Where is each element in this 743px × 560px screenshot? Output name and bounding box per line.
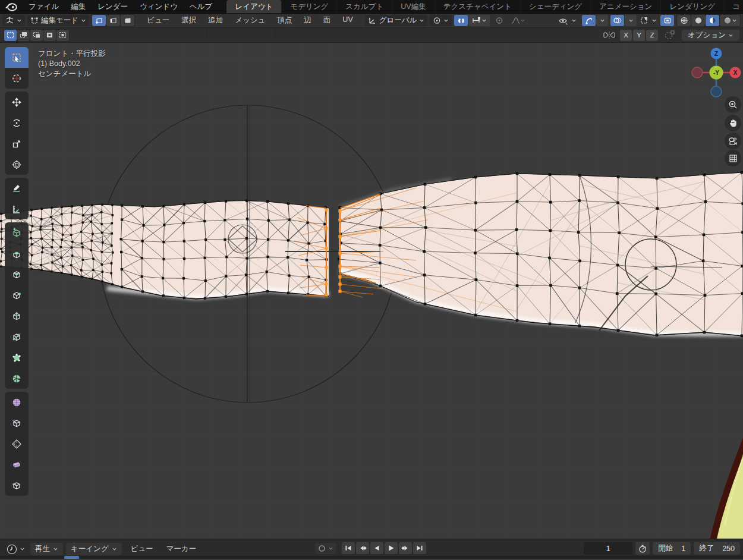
topbar-menu-4[interactable]: ヘルプ (184, 1, 218, 13)
mirror-axis-y[interactable]: Y (633, 30, 645, 41)
header-menu-2[interactable]: 追加 (202, 14, 229, 27)
overlays-dropdown[interactable] (625, 15, 637, 26)
tool-select-box[interactable] (5, 47, 29, 68)
gizmo-settings-dropdown[interactable] (596, 15, 608, 26)
select-subtract-button[interactable] (30, 30, 43, 41)
vertex-select-button[interactable] (92, 15, 106, 26)
show-gizmo-button[interactable] (582, 15, 596, 26)
tool-rip-region[interactable] (5, 475, 29, 496)
shading-material-button[interactable] (706, 15, 719, 26)
next-keyframe-button[interactable] (399, 542, 412, 554)
timeline-strip[interactable] (0, 556, 743, 559)
header-menu-5[interactable]: 辺 (298, 14, 317, 27)
timeline-menu-3[interactable]: マーカー (160, 543, 203, 555)
timeline-menu-0[interactable]: 再生 (30, 543, 63, 555)
workspace-tab-2[interactable]: スカルプト (337, 0, 392, 13)
header-menu-7[interactable]: UV (336, 14, 358, 27)
gizmo-minus-z-axis[interactable] (711, 86, 722, 97)
show-overlays-button[interactable] (610, 15, 624, 26)
topbar-menu-1[interactable]: 編集 (65, 1, 92, 13)
tool-shrink-fatten[interactable] (5, 433, 29, 454)
xray-settings-dropdown[interactable] (639, 15, 658, 26)
topbar-menu-2[interactable]: レンダー (92, 1, 134, 13)
tool-extrude-region[interactable] (5, 243, 29, 264)
object-visibility-dropdown[interactable] (555, 15, 580, 26)
header-menu-4[interactable]: 頂点 (271, 14, 298, 27)
mode-dropdown[interactable]: 編集モード (27, 15, 89, 26)
select-intersect-button[interactable] (56, 30, 69, 41)
viewport-canvas[interactable] (0, 43, 743, 539)
toggle-xray-button[interactable] (660, 15, 674, 26)
tool-knife[interactable] (5, 326, 29, 347)
camera-view-button[interactable] (725, 133, 741, 149)
gizmo-minus-x-axis[interactable] (692, 67, 703, 78)
face-select-button[interactable] (121, 15, 134, 26)
orientation-dropdown[interactable]: グローバル (365, 15, 428, 26)
header-menu-0[interactable]: ビュー (141, 14, 175, 27)
editor-type-dropdown[interactable] (2, 15, 25, 26)
tool-add-cube[interactable] (5, 222, 29, 243)
select-set-button[interactable] (4, 30, 17, 41)
snap-settings-dropdown[interactable] (468, 15, 490, 26)
proportional-falloff-dropdown[interactable] (508, 15, 528, 26)
timeline-menu-2[interactable]: ビュー (125, 543, 159, 555)
current-frame-field[interactable]: 1 (584, 542, 632, 555)
tool-spin[interactable] (5, 368, 29, 389)
workspace-tab-5[interactable]: シェーディング (521, 0, 591, 13)
workspace-tab-6[interactable]: アニメーション (591, 0, 661, 13)
header-menu-3[interactable]: メッシュ (229, 14, 271, 27)
tool-poly-build[interactable] (5, 347, 29, 368)
workspace-tab-4[interactable]: テクスチャペイント (435, 0, 521, 13)
snap-toggle-button[interactable] (454, 15, 468, 26)
play-reverse-button[interactable] (370, 542, 383, 554)
tool-bevel[interactable] (5, 285, 29, 306)
tool-cursor-3d[interactable] (5, 68, 29, 89)
topbar-menu-0[interactable]: ファイル (23, 1, 65, 13)
mirror-axis-x[interactable]: X (620, 30, 632, 41)
mirror-icon[interactable] (603, 30, 616, 40)
workspace-tab-7[interactable]: レンダリング (661, 0, 724, 13)
workspace-tab-8[interactable]: コンポジティング (724, 0, 739, 13)
use-preview-range-button[interactable] (635, 542, 650, 555)
tool-measure[interactable] (5, 199, 29, 219)
tool-shear[interactable] (5, 454, 29, 475)
tool-rotate[interactable] (5, 112, 29, 133)
pan-button[interactable] (725, 115, 741, 131)
tool-loop-cut[interactable] (5, 306, 29, 326)
shading-wireframe-button[interactable] (677, 15, 691, 26)
edge-select-button[interactable] (106, 15, 120, 26)
frame-end-field[interactable]: 終了 250 (694, 542, 740, 555)
prev-keyframe-button[interactable] (356, 542, 369, 554)
select-invert-button[interactable] (43, 30, 56, 41)
shading-solid-button[interactable] (691, 15, 705, 26)
tool-scale[interactable] (5, 133, 29, 154)
header-menu-6[interactable]: 面 (317, 14, 337, 27)
zoom-button[interactable] (725, 96, 741, 113)
play-button[interactable] (385, 542, 398, 554)
options-dropdown[interactable]: オプション (682, 30, 739, 41)
jump-start-button[interactable] (342, 542, 355, 554)
tool-smooth[interactable] (5, 392, 29, 413)
timeline-editor-dropdown[interactable] (4, 543, 28, 555)
tool-edge-slide[interactable] (5, 413, 29, 433)
workspace-tab-0[interactable]: レイアウト (226, 0, 282, 13)
tool-transform[interactable] (5, 154, 29, 175)
select-extend-button[interactable] (17, 30, 30, 41)
timeline-playhead[interactable] (64, 556, 79, 559)
pivot-point-dropdown[interactable] (430, 15, 452, 26)
workspace-tab-1[interactable]: モデリング (282, 0, 337, 13)
workspace-tab-3[interactable]: UV編集 (392, 0, 435, 13)
shading-rendered-button[interactable] (720, 15, 740, 26)
jump-end-button[interactable] (413, 542, 426, 554)
navigation-gizmo[interactable]: Z X -Y (691, 48, 741, 97)
tool-inset-faces[interactable] (5, 264, 29, 285)
snap-dashed-icon[interactable] (663, 30, 676, 40)
frame-start-field[interactable]: 開始 1 (653, 542, 691, 555)
tool-annotate[interactable] (5, 178, 29, 199)
viewport-3d[interactable]: フロント・平行投影 (1) Body.002 センチメートル Z X -Y (0, 43, 743, 539)
tool-move[interactable] (5, 92, 29, 112)
ortho-toggle-button[interactable] (725, 150, 741, 166)
mirror-axis-z[interactable]: Z (646, 30, 658, 41)
timeline-menu-1[interactable]: キーイング (66, 543, 122, 555)
header-menu-1[interactable]: 選択 (175, 14, 202, 27)
